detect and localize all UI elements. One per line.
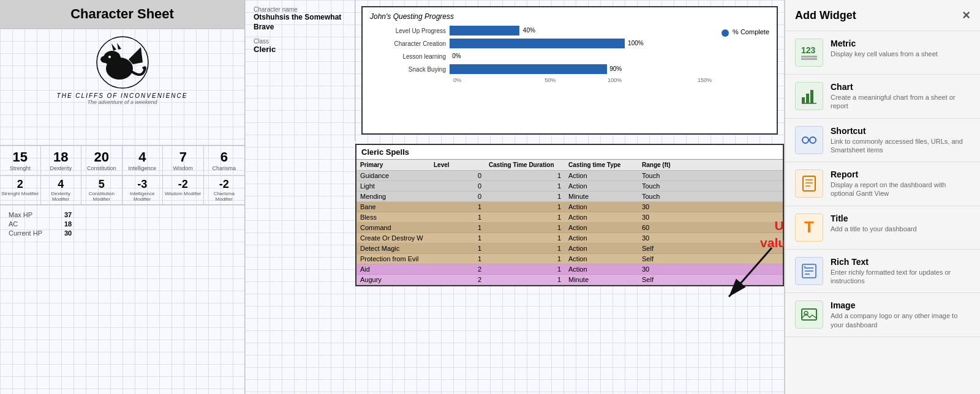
- spell-row: Bless11Action30: [356, 212, 783, 223]
- modifiers-row: 2 Strenght Modifier 4 Dexterity Modifier…: [0, 176, 244, 205]
- chart-name: Chart: [831, 82, 970, 92]
- spell-row: Bane11Action30: [356, 202, 783, 212]
- ac-label: AC: [9, 220, 55, 228]
- spell-cell: 1: [485, 191, 565, 202]
- spell-table-title: Cleric Spells: [356, 145, 783, 160]
- spell-cell: Mending: [356, 191, 430, 202]
- bar-label-3: Snack Buying: [370, 66, 450, 73]
- richtext-name: Rich Text: [831, 257, 970, 267]
- shortcut-icon: [795, 126, 823, 154]
- spell-cell: 1: [430, 212, 485, 223]
- spell-cell: Guidance: [356, 171, 430, 181]
- x-label-3: 150%: [647, 77, 712, 83]
- chart-icon: [795, 82, 823, 110]
- spell-cell: Light: [356, 181, 430, 191]
- widget-item-image[interactable]: Image Add a company logo or any other im…: [785, 293, 980, 337]
- shortcut-name: Shortcut: [831, 126, 970, 136]
- current-hp-label: Current HP: [9, 229, 55, 237]
- hp-section: Max HP 37 AC 18 Current HP 30: [0, 205, 244, 394]
- spell-cell: Action: [565, 233, 638, 243]
- modifier-label: Intelligence Modifier: [124, 191, 162, 202]
- hp-row-current: Current HP 30: [9, 229, 236, 237]
- stat-label: Charisma: [205, 165, 244, 171]
- logo-area: THE CLIFFS OF INCONVENIENCE The adventur…: [0, 29, 244, 145]
- svg-marker-4: [111, 43, 116, 51]
- spell-cell: 1: [485, 181, 565, 191]
- widget-item-richtext[interactable]: T Rich Text Enter richly formatted text …: [785, 250, 980, 294]
- spell-cell: Bless: [356, 212, 430, 223]
- bar-label-2: Lesson learning: [370, 53, 450, 60]
- ac-value: 18: [64, 220, 72, 228]
- chart-bar-row-3: Snack Buying 90%: [370, 64, 712, 74]
- col-header-range: Range (ft): [638, 160, 783, 171]
- sheet-title: Character Sheet: [0, 0, 244, 29]
- svg-rect-16: [803, 176, 815, 191]
- modifier-label: Constitution Modifier: [83, 191, 121, 202]
- stat-value: 20: [83, 149, 121, 165]
- stat-label: Intelligence: [124, 165, 162, 171]
- svg-rect-25: [802, 309, 816, 320]
- modifier-value: -3: [124, 178, 162, 191]
- chart-text: Chart Create a meaningful chart from a s…: [831, 82, 970, 111]
- spell-cell: 1: [430, 254, 485, 264]
- metric-icon: 123: [795, 39, 823, 67]
- chart-bar-row-1: Character Creation 100%: [370, 39, 712, 48]
- spell-cell: Action: [565, 171, 638, 181]
- char-name-value: Otshuhsis the Somewhat Brave: [254, 13, 346, 32]
- svg-text:T: T: [804, 266, 806, 269]
- spell-cell: 0: [430, 191, 485, 202]
- title-name: Title: [831, 214, 970, 223]
- modifier-value: -2: [205, 178, 244, 191]
- shortcut-text: Shortcut Link to commonly accessed files…: [831, 126, 970, 155]
- close-icon[interactable]: ×: [962, 7, 970, 23]
- shortcut-desc: Link to commonly accessed files, URLs, a…: [831, 137, 970, 155]
- spell-cell: 1: [485, 233, 565, 243]
- stat-cell-constitution: 20 Constitution: [81, 146, 123, 176]
- logo-subtitle: The adventure of a weekend: [87, 99, 157, 105]
- spell-cell: Action: [565, 181, 638, 191]
- main-area: Character name Otshuhsis the Somewhat Br…: [245, 0, 784, 394]
- widget-sidebar-title: Add Widget: [795, 9, 856, 22]
- char-class-group: Class Cleric: [254, 38, 346, 54]
- stat-cell-dexterity: 18 Dexterity: [41, 146, 82, 176]
- widget-item-shortcut[interactable]: Shortcut Link to commonly accessed files…: [785, 119, 980, 163]
- svg-marker-5: [117, 43, 121, 50]
- image-name: Image: [831, 300, 970, 310]
- char-name-label: Character name: [254, 6, 346, 13]
- spell-cell: 2: [430, 264, 485, 275]
- modifier-label: Dexterity Modifier: [42, 191, 80, 202]
- spell-cell: 1: [430, 223, 485, 233]
- metric-desc: Display key cell values from a sheet: [831, 50, 970, 58]
- stat-cell-strength: 15 Strenght: [0, 146, 41, 176]
- mod-cell-constitution: 5 Constitution Modifier: [81, 176, 123, 204]
- modifier-value: 5: [83, 178, 121, 191]
- mod-cell-dexterity: 4 Dexterity Modifier: [41, 176, 82, 204]
- widget-item-report[interactable]: Report Display a report on the dashboard…: [785, 162, 980, 206]
- modifier-label: Charisma Modifier: [205, 191, 244, 202]
- widget-item-chart[interactable]: Chart Create a meaningful chart from a s…: [785, 75, 980, 119]
- chart-legend: % Complete: [712, 26, 769, 128]
- x-label-1: 50%: [518, 77, 583, 83]
- widget-item-metric[interactable]: 123 Metric Display key cell values from …: [785, 31, 980, 75]
- spell-cell: Augury: [356, 275, 430, 285]
- spell-cell: Touch: [638, 191, 783, 202]
- stat-value: 15: [1, 149, 39, 165]
- spell-row: Mending01MinuteTouch: [356, 191, 783, 202]
- spell-cell: 1: [485, 212, 565, 223]
- spell-cell: Action: [565, 254, 638, 264]
- stat-value: 6: [205, 149, 244, 165]
- image-icon: [795, 300, 823, 329]
- stat-value: 7: [164, 149, 202, 165]
- spell-cell: 0: [430, 181, 485, 191]
- logo-org-name: THE CLIFFS OF INCONVENIENCE: [57, 92, 188, 99]
- spell-cell: 1: [430, 233, 485, 243]
- stat-label: Strenght: [1, 165, 39, 171]
- image-desc: Add a company logo or any other image to…: [831, 311, 970, 329]
- widget-item-title[interactable]: T Title Add a title to your dashboard: [785, 206, 980, 250]
- x-label-2: 100%: [582, 77, 647, 83]
- spell-cell: 1: [485, 264, 565, 275]
- mod-cell-strength: 2 Strenght Modifier: [0, 176, 41, 204]
- x-label-0: 0%: [453, 77, 518, 83]
- richtext-text: Rich Text Enter richly formatted text fo…: [831, 257, 970, 286]
- spell-cell: Aid: [356, 264, 430, 275]
